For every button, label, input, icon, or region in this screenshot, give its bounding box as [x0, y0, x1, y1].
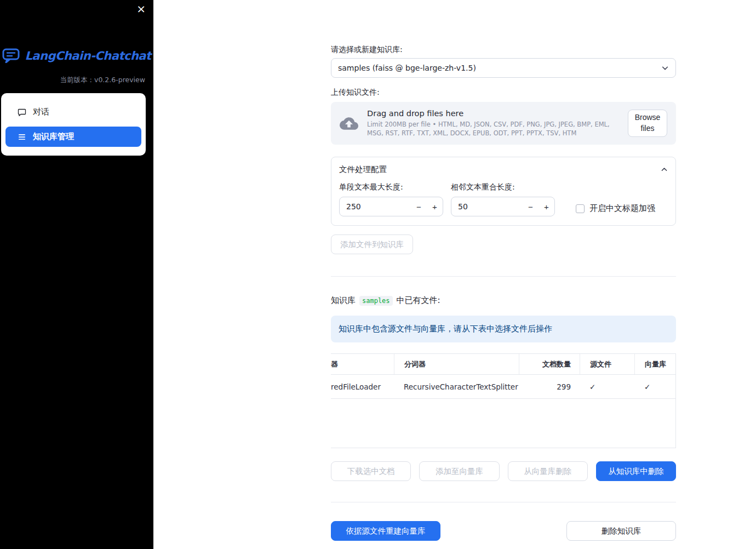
file-actions-row: 下载选中文档 添加至向量库 从向量库删除 从知识库中删除	[331, 461, 676, 481]
kb-select[interactable]: samples (faiss @ bge-large-zh-v1.5)	[331, 58, 676, 78]
sidebar-item-chat[interactable]: 对话	[5, 102, 141, 122]
delete-from-kb-button[interactable]: 从知识库中删除	[596, 461, 676, 481]
chat-bubble-icon	[18, 108, 26, 117]
app-logo: LangChain-Chatchat	[0, 48, 153, 63]
col-header-loader: 器	[331, 354, 394, 374]
chunk-size-field: 单段文本最大长度: 250 − +	[339, 182, 443, 216]
sidebar-close-icon[interactable]: ×	[136, 2, 146, 15]
dropzone-limit-text: Limit 200MB per file • HTML, MD, JSON, C…	[367, 121, 619, 138]
rebuild-vector-store-button[interactable]: 依据源文件重建向量库	[331, 521, 440, 541]
file-config-body: 单段文本最大长度: 250 − + 相邻文本重合长度: 50 − + 开启中文标…	[331, 177, 675, 225]
cloud-upload-icon	[340, 117, 358, 130]
app-logo-text: LangChain-Chatchat	[25, 49, 151, 62]
zh-title-enhance-field: 开启中文标题加强	[576, 203, 655, 214]
file-config-expander-header[interactable]: 文件处理配置	[331, 157, 675, 177]
zh-title-enhance-checkbox[interactable]	[576, 204, 585, 213]
chunk-size-increment-button[interactable]: +	[427, 197, 443, 216]
cell-loader: redFileLoader	[331, 375, 394, 398]
overlap-size-label: 相邻文本重合长度:	[451, 182, 555, 192]
col-header-splitter: 分词器	[394, 354, 519, 374]
col-header-source: 源文件	[580, 354, 634, 374]
delete-kb-button[interactable]: 删除知识库	[566, 521, 676, 541]
overlap-size-field: 相邻文本重合长度: 50 − +	[451, 182, 555, 216]
chunk-size-decrement-button[interactable]: −	[411, 197, 427, 216]
cell-source-check: ✓	[580, 375, 634, 398]
kb-select-label: 请选择或新建知识库:	[331, 45, 676, 55]
divider	[331, 276, 676, 277]
chevron-up-icon	[661, 166, 668, 173]
download-selected-button[interactable]: 下载选中文档	[331, 461, 411, 481]
dropzone-texts: Drag and drop files here Limit 200MB per…	[367, 109, 619, 138]
chunk-size-input[interactable]: 250 − +	[339, 197, 443, 216]
kb-files-suffix: 中已有文件:	[397, 295, 440, 306]
file-dropzone[interactable]: Drag and drop files here Limit 200MB per…	[331, 102, 676, 145]
version-value: v0.2.6-preview	[94, 76, 145, 84]
cell-splitter: RecursiveCharacterTextSplitter	[394, 375, 519, 398]
overlap-size-input[interactable]: 50 − +	[451, 197, 555, 216]
sidebar: × LangChain-Chatchat 当前版本：v0.2.6-preview…	[0, 0, 153, 549]
sidebar-item-chat-label: 对话	[33, 107, 49, 117]
cell-doc-count: 299	[519, 375, 580, 398]
add-to-vector-store-button[interactable]: 添加至向量库	[419, 461, 499, 481]
divider	[331, 502, 676, 502]
cell-vector-check: ✓	[634, 375, 676, 398]
table-row[interactable]: redFileLoader RecursiveCharacterTextSpli…	[331, 375, 675, 399]
file-config-expander: 文件处理配置 单段文本最大长度: 250 − + 相邻文本重合长度: 50	[331, 157, 676, 226]
remove-from-vector-store-button[interactable]: 从向量库删除	[508, 461, 588, 481]
main-content: 请选择或新建知识库: samples (faiss @ bge-large-zh…	[331, 0, 676, 541]
overlap-size-value[interactable]: 50	[451, 202, 523, 211]
chunk-size-label: 单段文本最大长度:	[339, 182, 443, 192]
kb-select-value: samples (faiss @ bge-large-zh-v1.5)	[338, 64, 476, 72]
chat-logo-icon	[2, 48, 20, 63]
overlap-size-decrement-button[interactable]: −	[523, 197, 539, 216]
list-icon	[18, 133, 26, 141]
zh-title-enhance-label: 开启中文标题加强	[589, 203, 655, 214]
browse-files-button[interactable]: Browse files	[628, 110, 667, 137]
kb-files-heading: 知识库 samples 中已有文件:	[331, 295, 676, 306]
chunk-size-value[interactable]: 250	[340, 202, 411, 211]
kb-name-code: samples	[359, 296, 393, 306]
sidebar-item-kb-management[interactable]: 知识库管理	[5, 127, 141, 147]
dropzone-title: Drag and drop files here	[367, 109, 619, 118]
add-files-button[interactable]: 添加文件到知识库	[331, 235, 413, 254]
version-text: 当前版本：v0.2.6-preview	[60, 76, 146, 85]
version-prefix: 当前版本：	[60, 76, 95, 84]
sidebar-item-kb-management-label: 知识库管理	[33, 131, 74, 142]
col-header-doc-count: 文档数量	[519, 354, 580, 374]
col-header-vector: 向量库	[634, 354, 676, 374]
kb-actions-row: 依据源文件重建向量库 删除知识库	[331, 521, 676, 541]
info-banner: 知识库中包含源文件与向量库，请从下表中选择文件后操作	[331, 316, 676, 342]
upload-label: 上传知识文件:	[331, 88, 676, 98]
kb-files-prefix: 知识库	[331, 295, 356, 306]
chevron-down-icon	[661, 64, 669, 72]
overlap-size-increment-button[interactable]: +	[539, 197, 554, 216]
file-config-title: 文件处理配置	[339, 164, 387, 175]
kb-files-table: 器 分词器 文档数量 源文件 向量库 redFileLoader Recursi…	[331, 353, 676, 448]
table-header-row: 器 分词器 文档数量 源文件 向量库	[331, 354, 675, 375]
sidebar-menu: 对话 知识库管理	[1, 93, 146, 156]
